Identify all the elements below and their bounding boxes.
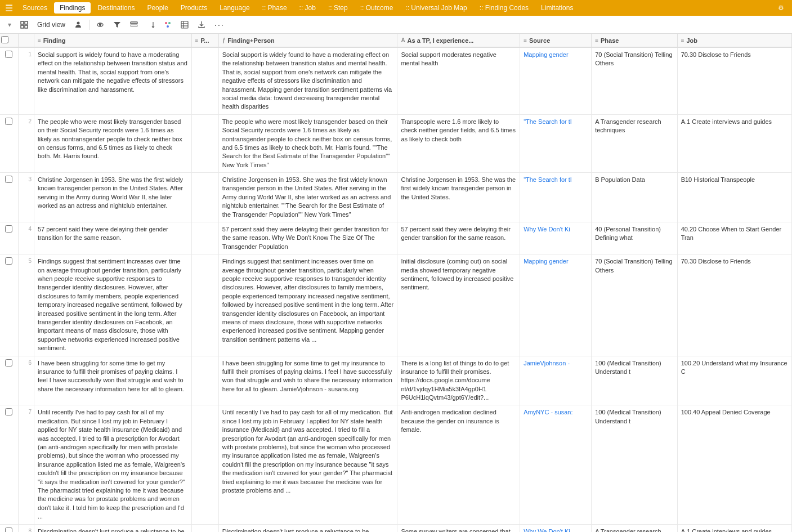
row-checkbox[interactable]: [5, 257, 12, 265]
row-finding: Discrimination doesn't just produce a re…: [34, 524, 192, 532]
group-icon: [130, 21, 138, 29]
row-phase: 40 (Personal Transition) Defining what: [592, 222, 677, 254]
toolbar-chevron-down[interactable]: ▾: [5, 19, 15, 30]
nav-findings[interactable]: Findings: [54, 2, 91, 14]
toolbar-more-icon[interactable]: ···: [211, 19, 228, 31]
row-number: 1: [18, 47, 34, 114]
row-source: "The Search for tl: [520, 173, 592, 222]
nav-phase[interactable]: :: Phase: [257, 2, 293, 14]
row-checkbox-cell[interactable]: [0, 173, 18, 222]
as-tp-col-icon: A: [401, 37, 405, 43]
row-source: JamieVjohnson -: [520, 356, 592, 405]
row-number: 3: [18, 173, 34, 222]
row-checkbox-cell[interactable]: [0, 524, 18, 532]
nav-limitations[interactable]: Limitations: [535, 2, 579, 14]
toolbar-eye-icon[interactable]: [93, 19, 108, 30]
header-checkbox-col: [0, 34, 18, 47]
nav-sources[interactable]: Sources: [17, 2, 53, 14]
svg-point-6: [100, 24, 101, 25]
row-finding-person: 57 percent said they were delaying their…: [218, 222, 397, 254]
row-finding-person: The people who were most likely transgen…: [218, 114, 397, 172]
header-finding[interactable]: ≡ Finding: [34, 34, 192, 47]
job-col-label: Job: [686, 37, 697, 44]
row-checkbox[interactable]: [5, 225, 12, 233]
row-as-tp: There is a long list of things to do to …: [397, 356, 520, 405]
header-finding-person[interactable]: ƒ Finding+Person: [218, 34, 397, 47]
nav-products[interactable]: Products: [175, 2, 213, 14]
row-checkbox-cell[interactable]: [0, 47, 18, 114]
toolbar-export-icon[interactable]: [194, 19, 209, 30]
row-checkbox[interactable]: [5, 359, 12, 366]
row-number: 4: [18, 222, 34, 254]
nav-universal-job-map[interactable]: :: Universal Job Map: [400, 2, 472, 14]
row-finding: The people who were most likely transgen…: [34, 114, 192, 172]
svg-rect-3: [25, 25, 28, 28]
nav-destinations[interactable]: Destinations: [92, 2, 140, 14]
row-job: 70.30 Disclose to Friends: [677, 47, 791, 114]
header-source[interactable]: ≡ Source: [520, 34, 592, 47]
chevron-down-icon: ▾: [8, 21, 11, 29]
row-checkbox-cell[interactable]: [0, 405, 18, 524]
table-row: 5 Findings suggest that sentiment increa…: [0, 254, 792, 356]
nav-job[interactable]: :: Job: [294, 2, 321, 14]
nav-people[interactable]: People: [141, 2, 173, 14]
toolbar-divider-1: [89, 20, 90, 30]
nav-step[interactable]: :: Step: [323, 2, 354, 14]
toolbar-person-icon[interactable]: [71, 19, 86, 30]
row-as-tp: Social support moderates negative mental…: [397, 47, 520, 114]
row-job: A.1 Create interviews and guides: [677, 524, 791, 532]
row-p: [191, 47, 218, 114]
as-tp-col-label: As a TP, I experience...: [408, 37, 474, 44]
row-finding: Social support is widely found to have a…: [34, 47, 192, 114]
row-as-tp: Anti-androgen medication declined becaus…: [397, 405, 520, 524]
row-checkbox[interactable]: [5, 527, 12, 532]
header-job[interactable]: ≡ Job: [677, 34, 791, 47]
row-checkbox[interactable]: [5, 118, 12, 125]
row-checkbox[interactable]: [5, 176, 12, 183]
row-checkbox-cell[interactable]: [0, 114, 18, 172]
toolbar-group-icon[interactable]: [127, 19, 141, 30]
toolbar-color-icon[interactable]: [160, 19, 175, 30]
select-all-checkbox[interactable]: [1, 36, 8, 43]
p-col-icon: ≡: [195, 37, 199, 43]
table-header-row: ≡ Finding ≡ P... ƒ Finding+Person: [0, 34, 792, 47]
table-row: 1 Social support is widely found to have…: [0, 47, 792, 114]
row-p: [191, 524, 218, 532]
toolbar-grid-icon[interactable]: [17, 19, 32, 30]
filter-icon: [113, 21, 121, 29]
svg-rect-2: [21, 25, 24, 28]
row-checkbox[interactable]: [5, 408, 12, 415]
row-phase: 70 (Social Transition) Telling Others: [592, 254, 677, 356]
toolbar-sort-icon[interactable]: [144, 19, 158, 30]
table-row: 7 Until recently I've had to pay cash fo…: [0, 405, 792, 524]
svg-point-10: [168, 22, 171, 24]
row-checkbox-cell[interactable]: [0, 222, 18, 254]
row-job: 70.30 Disclose to Friends: [677, 254, 791, 356]
table-row: 4 57 percent said they were delaying the…: [0, 222, 792, 254]
nav-settings-icon[interactable]: ⚙: [772, 2, 790, 14]
table-icon: [181, 21, 189, 29]
finding-col-label: Finding: [43, 37, 66, 44]
toolbar-table-icon[interactable]: [177, 19, 192, 30]
phase-col-label: Phase: [601, 37, 619, 44]
nav-finding-codes[interactable]: :: Finding Codes: [474, 2, 534, 14]
row-number: 2: [18, 114, 34, 172]
header-as-tp[interactable]: A As a TP, I experience...: [397, 34, 520, 47]
row-checkbox-cell[interactable]: [0, 356, 18, 405]
row-job: B10 Historical Transpeople: [677, 173, 791, 222]
grid-view-label[interactable]: Grid view: [34, 19, 69, 30]
row-as-tp: Initial disclosure (coming out) on socia…: [397, 254, 520, 356]
hamburger-menu[interactable]: ☰: [2, 1, 16, 15]
row-checkbox-cell[interactable]: [0, 254, 18, 356]
finding-person-col-label: Finding+Person: [227, 37, 274, 44]
row-checkbox[interactable]: [5, 51, 12, 58]
header-p[interactable]: ≡ P...: [191, 34, 218, 47]
header-phase[interactable]: ≡ Phase: [592, 34, 677, 47]
row-source: Mapping gender: [520, 47, 592, 114]
row-as-tp: Christine Jorgensen in 1953. She was the…: [397, 173, 520, 222]
nav-language[interactable]: Language: [214, 2, 255, 14]
svg-rect-12: [181, 21, 188, 28]
toolbar-filter-icon[interactable]: [110, 19, 124, 30]
nav-outcome[interactable]: :: Outcome: [355, 2, 399, 14]
table-row: 6 I have been struggling for some time t…: [0, 356, 792, 405]
